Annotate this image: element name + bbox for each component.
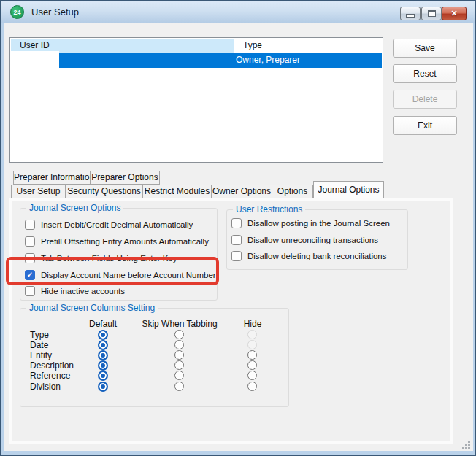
close-button[interactable]: ✕ (442, 7, 467, 20)
columns-row-entity: Entity (20, 350, 288, 360)
delete-button: Delete (393, 90, 457, 109)
radio-type-skip[interactable] (174, 330, 184, 339)
checkbox-icon: ✓ (231, 251, 242, 261)
radio-description-hide[interactable] (247, 360, 257, 370)
radio-reference-hide[interactable] (247, 371, 257, 380)
tab-security-questions[interactable]: Security Questions (66, 185, 143, 198)
row-label: Reference (30, 371, 70, 381)
checkbox-label: Disallow deleting bank reconciliations (247, 252, 387, 260)
column-header-type[interactable]: Type (234, 39, 382, 53)
row-label: Division (30, 382, 61, 392)
checkbox-insert-decimal[interactable]: ✓ Insert Debit/Credit Decimal Automatica… (25, 219, 193, 231)
tab-preparer-information[interactable]: Preparer Information (13, 171, 91, 185)
maximize-icon (428, 10, 436, 17)
redaction-overlay (11, 51, 59, 68)
list-header: User ID Type (11, 39, 382, 53)
tab-preparer-options[interactable]: Preparer Options (91, 171, 160, 185)
checkbox-label: Insert Debit/Credit Decimal Automaticall… (41, 220, 193, 229)
radio-division-skip[interactable] (174, 382, 184, 391)
group-title: User Restrictions (233, 204, 305, 215)
columns-row-type: Type (20, 330, 288, 340)
columns-row-date: Date (20, 340, 288, 350)
tab-restrict-modules[interactable]: Restrict Modules (143, 185, 212, 198)
header-skip-when-tabbing: Skip When Tabbing (142, 319, 217, 329)
tab-owner-options[interactable]: Owner Options (212, 185, 272, 198)
checkbox-label: Prefill Offsetting Entry Amounts Automat… (41, 237, 209, 246)
resize-grip-icon[interactable] (461, 440, 470, 449)
columns-row-reference: Reference (20, 371, 288, 381)
minimize-icon (406, 14, 415, 18)
save-button[interactable]: Save (393, 39, 457, 58)
group-title: Journal Screen Columns Setting (26, 303, 158, 313)
checkbox-label: Hide inactive accounts (41, 287, 125, 295)
checkbox-icon: ✓ (25, 220, 35, 230)
tab-row-2: User Setup Security Questions Restrict M… (11, 185, 384, 198)
reset-button[interactable]: Reset (393, 64, 457, 83)
checkbox-hide-inactive-accounts[interactable]: ✓ Hide inactive accounts (25, 285, 125, 297)
checkbox-icon: ✓ (231, 218, 242, 228)
minimize-button[interactable] (400, 7, 421, 20)
header-hide: Hide (244, 319, 262, 329)
radio-division-default[interactable] (98, 382, 108, 392)
checkbox-disallow-posting[interactable]: ✓ Disallow posting in the Journal Screen (231, 217, 390, 229)
checkbox-label: Disallow posting in the Journal Screen (247, 219, 390, 228)
radio-entity-hide[interactable] (247, 350, 257, 360)
titlebar[interactable]: 24 User Setup ✕ (1, 1, 475, 23)
radio-date-hide (247, 340, 257, 349)
tab-journal-options[interactable]: Journal Options (313, 181, 384, 198)
columns-setting-headers: Default Skip When Tabbing Hide (20, 319, 288, 329)
user-row-selected[interactable]: Owner, Preparer (11, 53, 382, 68)
radio-division-hide[interactable] (247, 382, 257, 391)
group-user-restrictions: User Restrictions ✓ Disallow posting in … (226, 209, 408, 270)
columns-row-description: Description (20, 360, 288, 371)
header-default: Default (89, 319, 117, 329)
radio-description-default[interactable] (98, 360, 108, 371)
checkbox-disallow-deleting-reconciliations[interactable]: ✓ Disallow deleting bank reconciliations (231, 250, 387, 262)
maximize-button[interactable] (421, 7, 442, 20)
checkbox-icon: ✓ (231, 235, 242, 245)
close-icon: ✕ (450, 9, 457, 18)
user-setup-window: 24 User Setup ✕ User ID Type Owner, Prep… (0, 0, 476, 456)
group-journal-screen-options: Journal Screen Options ✓ Insert Debit/Cr… (20, 208, 218, 301)
user-type-cell: Owner, Preparer (236, 55, 300, 65)
row-label: Entity (30, 350, 52, 360)
radio-entity-default[interactable] (98, 350, 108, 360)
columns-row-division: Division (20, 382, 288, 392)
radio-type-hide (247, 330, 257, 339)
window-title: User Setup (31, 1, 79, 23)
checkbox-icon: ✓ (25, 236, 35, 247)
radio-date-skip[interactable] (174, 340, 184, 349)
exit-button[interactable]: Exit (393, 116, 457, 135)
radio-reference-skip[interactable] (174, 371, 184, 380)
checkbox-label: Disallow unreconciling transactions (247, 236, 378, 244)
checkbox-prefill-offsetting[interactable]: ✓ Prefill Offsetting Entry Amounts Autom… (25, 236, 209, 247)
tab-user-setup[interactable]: User Setup (11, 185, 66, 198)
user-list: User ID Type Owner, Preparer (9, 37, 383, 163)
journal-options-page: Journal Screen Options ✓ Insert Debit/Cr… (9, 198, 453, 444)
radio-reference-default[interactable] (98, 371, 108, 381)
checkbox-disallow-unreconciling[interactable]: ✓ Disallow unreconciling transactions (231, 234, 378, 246)
annotation-highlight (6, 257, 219, 285)
app-logo-icon: 24 (10, 5, 24, 19)
radio-date-default[interactable] (98, 340, 108, 350)
group-title: Journal Screen Options (26, 203, 123, 213)
row-label: Date (30, 340, 48, 350)
radio-type-default[interactable] (98, 330, 108, 340)
group-columns-setting: Journal Screen Columns Setting Default S… (20, 308, 289, 407)
tab-row-1: Preparer Information Preparer Options (13, 171, 160, 185)
row-label: Description (30, 360, 74, 371)
checkbox-icon: ✓ (25, 286, 35, 296)
radio-entity-skip[interactable] (174, 350, 184, 360)
row-label: Type (30, 330, 49, 340)
radio-description-skip[interactable] (174, 360, 184, 370)
tab-options[interactable]: Options (272, 185, 313, 198)
